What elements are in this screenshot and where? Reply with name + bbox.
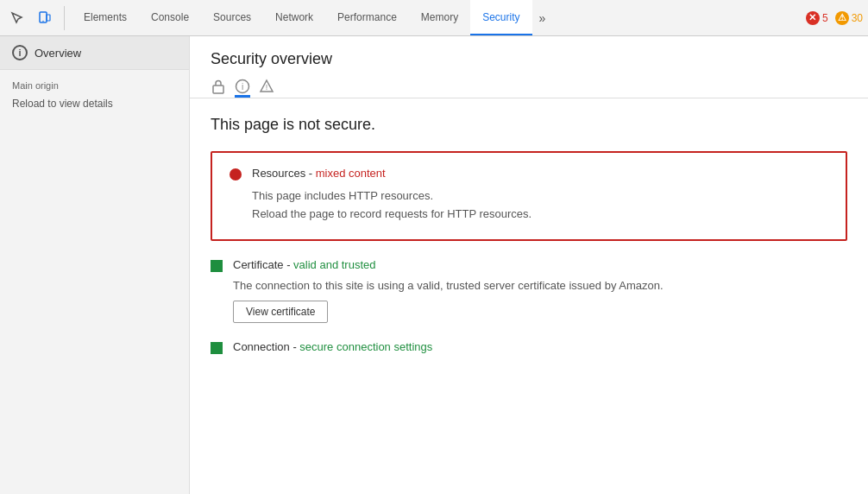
security-overview-title: Security overview [211, 50, 847, 68]
main-layout: i Overview Main origin Reload to view de… [0, 36, 868, 494]
inspect-icon[interactable] [5, 6, 29, 30]
sidebar-overview[interactable]: i Overview [0, 36, 189, 70]
error-icon: ✕ [806, 11, 820, 25]
sidebar: i Overview Main origin Reload to view de… [0, 36, 190, 494]
warning-status-icon[interactable]: ! [259, 79, 274, 98]
device-icon[interactable] [33, 6, 57, 30]
more-tabs-button[interactable]: » [532, 11, 553, 25]
certificate-row: Certificate - valid and trusted [211, 258, 847, 272]
lock-status-icon[interactable] [211, 79, 226, 98]
overview-info-icon: i [12, 45, 28, 60]
svg-text:!: ! [266, 83, 268, 92]
tab-memory[interactable]: Memory [409, 0, 470, 35]
warning-badge[interactable]: ⚠ 30 [835, 11, 863, 25]
certificate-section: Certificate - valid and trusted The conn… [211, 258, 847, 323]
security-header: Security overview i [190, 36, 868, 98]
tab-console[interactable]: Console [139, 0, 201, 35]
content-area: Security overview i [190, 36, 868, 494]
tabs: Elements Console Sources Network Perform… [72, 0, 532, 35]
svg-point-2 [42, 20, 43, 21]
tab-performance[interactable]: Performance [325, 0, 409, 35]
certificate-title: Certificate - valid and trusted [233, 258, 375, 271]
mixed-content-link[interactable]: mixed content [316, 167, 386, 180]
certificate-desc: The connection to this site is using a v… [211, 279, 847, 292]
security-content: This page is not secure. Resources - mix… [190, 98, 868, 371]
secure-connection-link[interactable]: secure connection settings [299, 340, 432, 353]
sidebar-reload-item[interactable]: Reload to view details [0, 94, 189, 113]
toolbar-badges: ✕ 5 ⚠ 30 [806, 11, 863, 25]
resources-desc1: This page includes HTTP resources. [230, 189, 828, 202]
svg-rect-1 [47, 15, 50, 21]
svg-text:i: i [242, 82, 243, 92]
connection-status-dot [211, 342, 223, 354]
connection-section: Connection - secure connection settings [211, 340, 847, 354]
certificate-status-dot [211, 260, 223, 272]
svg-rect-3 [213, 86, 223, 93]
tab-elements[interactable]: Elements [72, 0, 139, 35]
status-icons: i ! [211, 79, 847, 98]
toolbar-icons [5, 6, 65, 30]
sidebar-main-origin-label: Main origin [0, 70, 189, 94]
info-status-icon[interactable]: i [235, 79, 250, 98]
resources-title: Resources - mixed content [252, 167, 386, 180]
tab-security[interactable]: Security [470, 0, 531, 35]
page-status-text: This page is not secure. [211, 116, 847, 134]
view-certificate-button[interactable]: View certificate [233, 301, 328, 323]
resources-box: Resources - mixed content This page incl… [211, 151, 847, 241]
tab-network[interactable]: Network [263, 0, 325, 35]
resources-status-dot [230, 168, 242, 180]
valid-trusted-link[interactable]: valid and trusted [293, 258, 375, 271]
error-badge[interactable]: ✕ 5 [806, 11, 828, 25]
resources-desc2: Reload the page to record requests for H… [230, 207, 828, 220]
toolbar: Elements Console Sources Network Perform… [0, 0, 868, 36]
tab-sources[interactable]: Sources [201, 0, 263, 35]
resources-row: Resources - mixed content [230, 167, 828, 180]
connection-title: Connection - secure connection settings [233, 340, 432, 353]
warning-icon: ⚠ [835, 11, 849, 25]
